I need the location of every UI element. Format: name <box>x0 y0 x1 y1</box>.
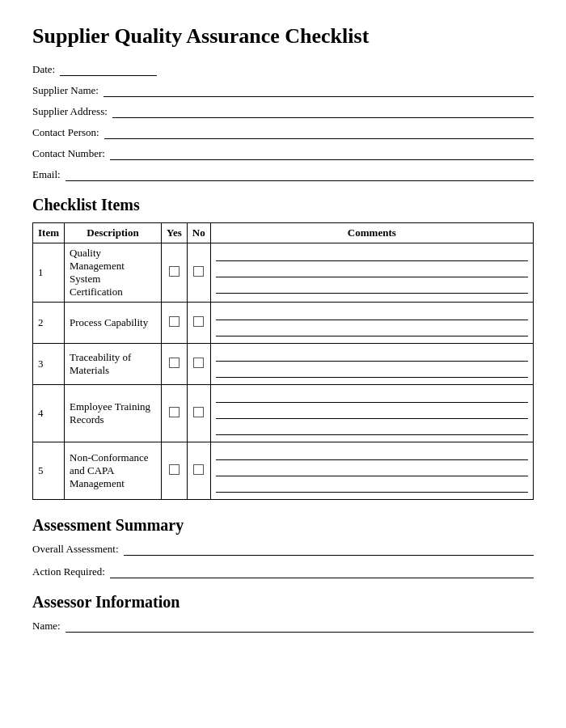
row2-item: 2 <box>33 303 65 344</box>
row1-yes-checkbox[interactable] <box>169 266 180 277</box>
row2-comments[interactable] <box>210 303 533 344</box>
table-row: 4 Employee Training Records <box>33 385 534 442</box>
row5-description: Non-Conformance and CAPA Management <box>65 442 162 500</box>
overall-assessment-label: Overall Assessment: <box>32 543 119 556</box>
supplier-name-label: Supplier Name: <box>32 84 99 97</box>
contact-number-label: Contact Number: <box>32 147 105 160</box>
comment-line[interactable] <box>216 481 528 493</box>
row3-yes[interactable] <box>162 344 188 385</box>
supplier-address-label: Supplier Address: <box>32 105 108 118</box>
row5-item: 5 <box>33 442 65 500</box>
date-label: Date: <box>32 63 55 76</box>
header-yes: Yes <box>162 223 188 243</box>
table-header-row: Item Description Yes No Comments <box>33 223 534 243</box>
header-description: Description <box>65 223 162 243</box>
row3-no[interactable] <box>187 344 210 385</box>
email-label: Email: <box>32 168 61 181</box>
contact-person-field: Contact Person: <box>32 126 534 139</box>
row3-yes-checkbox[interactable] <box>169 358 180 368</box>
row4-comments[interactable] <box>210 385 533 442</box>
comment-line[interactable] <box>216 392 528 403</box>
row5-comment-lines <box>216 446 528 496</box>
comment-line[interactable] <box>216 350 528 362</box>
email-underline[interactable] <box>65 168 534 181</box>
date-underline[interactable] <box>60 63 157 76</box>
table-row: 5 Non-Conformance and CAPA Management <box>33 442 534 500</box>
supplier-name-underline[interactable] <box>103 84 534 97</box>
contact-person-underline[interactable] <box>104 126 534 139</box>
date-field: Date: <box>32 63 534 76</box>
comment-line[interactable] <box>216 424 528 435</box>
table-row: 2 Process Capability <box>33 303 534 344</box>
row2-no-checkbox[interactable] <box>193 316 204 327</box>
row1-no[interactable] <box>187 243 210 303</box>
row5-yes[interactable] <box>162 442 188 500</box>
assessor-name-label: Name: <box>32 620 61 633</box>
supplier-address-field: Supplier Address: <box>32 105 534 118</box>
row4-no-checkbox[interactable] <box>193 407 204 417</box>
assessment-section-title: Assessment Summary <box>32 516 534 535</box>
contact-person-label: Contact Person: <box>32 126 99 139</box>
row3-comment-lines <box>216 347 528 381</box>
table-row: 1 Quality Management System Certificatio… <box>33 243 534 303</box>
comment-line[interactable] <box>216 250 528 261</box>
overall-assessment-field: Overall Assessment: <box>32 543 534 556</box>
row3-description: Traceability of Materials <box>65 344 162 385</box>
row4-yes[interactable] <box>162 385 188 442</box>
table-row: 3 Traceability of Materials <box>33 344 534 385</box>
row5-no[interactable] <box>187 442 210 500</box>
row1-yes[interactable] <box>162 243 188 303</box>
overall-assessment-underline[interactable] <box>124 543 534 556</box>
checklist-table: Item Description Yes No Comments 1 Quali… <box>32 222 534 500</box>
row1-item: 1 <box>33 243 65 303</box>
comment-line[interactable] <box>216 266 528 277</box>
checklist-section-title: Checklist Items <box>32 196 534 214</box>
row2-yes-checkbox[interactable] <box>169 316 180 327</box>
comment-line[interactable] <box>216 325 528 336</box>
row5-comments[interactable] <box>210 442 533 500</box>
header-comments: Comments <box>210 223 533 243</box>
row2-comment-lines <box>216 306 528 340</box>
comment-line[interactable] <box>216 465 528 476</box>
row3-no-checkbox[interactable] <box>193 358 204 368</box>
supplier-address-underline[interactable] <box>112 105 534 118</box>
header-item: Item <box>33 223 65 243</box>
row5-no-checkbox[interactable] <box>193 464 204 475</box>
comment-line[interactable] <box>216 282 528 294</box>
comment-line[interactable] <box>216 408 528 419</box>
row1-no-checkbox[interactable] <box>193 266 204 277</box>
row5-yes-checkbox[interactable] <box>169 464 180 475</box>
assessor-name-underline[interactable] <box>65 620 534 633</box>
row3-comments[interactable] <box>210 344 533 385</box>
page: Supplier Quality Assurance Checklist Dat… <box>0 0 566 728</box>
row3-item: 3 <box>33 344 65 385</box>
form-fields: Date: Supplier Name: Supplier Address: C… <box>32 63 534 181</box>
row2-yes[interactable] <box>162 303 188 344</box>
row4-description: Employee Training Records <box>65 385 162 442</box>
row4-item: 4 <box>33 385 65 442</box>
comment-line[interactable] <box>216 449 528 460</box>
action-required-field: Action Required: <box>32 565 534 578</box>
comment-line[interactable] <box>216 309 528 320</box>
page-title: Supplier Quality Assurance Checklist <box>32 24 534 49</box>
action-required-label: Action Required: <box>32 565 105 578</box>
contact-number-field: Contact Number: <box>32 147 534 160</box>
comment-line[interactable] <box>216 366 528 378</box>
email-field: Email: <box>32 168 534 181</box>
supplier-name-field: Supplier Name: <box>32 84 534 97</box>
row1-comments[interactable] <box>210 243 533 303</box>
header-no: No <box>187 223 210 243</box>
row4-no[interactable] <box>187 385 210 442</box>
assessor-name-field: Name: <box>32 620 534 633</box>
contact-number-underline[interactable] <box>110 147 534 160</box>
row2-description: Process Capability <box>65 303 162 344</box>
row1-description: Quality Management System Certification <box>65 243 162 303</box>
row1-comment-lines <box>216 247 528 297</box>
assessor-section-title: Assessor Information <box>32 593 534 612</box>
row2-no[interactable] <box>187 303 210 344</box>
row4-comment-lines <box>216 388 528 438</box>
row4-yes-checkbox[interactable] <box>169 407 180 417</box>
action-required-underline[interactable] <box>110 565 534 578</box>
